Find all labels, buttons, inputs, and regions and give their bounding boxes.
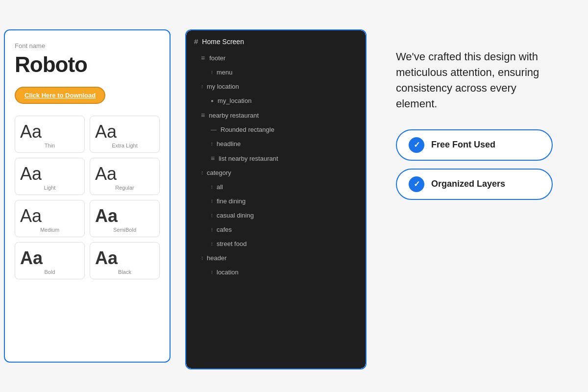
layer-location-label: location bbox=[217, 269, 239, 276]
layer-footer[interactable]: ≡ footer bbox=[186, 50, 366, 65]
variant-medium-label: Medium bbox=[20, 227, 79, 233]
bars-icon-8: ⫶ bbox=[211, 227, 213, 232]
layer-header-label: header bbox=[207, 254, 226, 262]
hamburger-icon-2: ≡ bbox=[201, 111, 205, 119]
layer-cafes[interactable]: ⫶ cafes bbox=[186, 222, 366, 237]
bars-icon-10: ⫶ bbox=[201, 255, 203, 261]
hamburger-icon: ≡ bbox=[201, 54, 205, 62]
layer-nearby-restaurant-label: nearby restaurant bbox=[209, 112, 259, 119]
layer-rounded-rectangle[interactable]: — Rounded rectangle bbox=[186, 122, 366, 137]
variant-extra-light-label: Extra Light bbox=[95, 143, 154, 148]
variant-thin-preview: Aa bbox=[20, 123, 42, 141]
variant-semibold-label: SemiBold bbox=[95, 227, 154, 233]
layer-street-food[interactable]: ⫶ street food bbox=[186, 237, 366, 251]
bars-icon-6: ⫶ bbox=[211, 198, 213, 204]
layer-my-location-sub[interactable]: ● my_location bbox=[186, 94, 366, 108]
variant-light-label: Light bbox=[20, 185, 79, 191]
layer-category[interactable]: ⫶ category bbox=[186, 166, 366, 180]
download-button[interactable]: Click Here to Download bbox=[15, 87, 105, 104]
bars-icon-5: ⫶ bbox=[211, 184, 213, 190]
variant-regular-label: Regular bbox=[95, 185, 154, 191]
layer-all[interactable]: ⫶ all bbox=[186, 180, 366, 194]
layer-cafes-label: cafes bbox=[217, 226, 232, 233]
layer-my-location-sub-label: my_location bbox=[218, 97, 251, 104]
layer-location[interactable]: ⫶ location bbox=[186, 265, 366, 279]
layer-header[interactable]: ⫶ header bbox=[186, 251, 366, 265]
layer-headline[interactable]: ⫶ headline bbox=[186, 137, 366, 151]
minus-icon: — bbox=[211, 126, 217, 133]
variant-medium-preview: Aa bbox=[20, 207, 42, 225]
layer-fine-dining[interactable]: ⫶ fine dining bbox=[186, 194, 366, 208]
variant-regular-preview: Aa bbox=[95, 165, 117, 183]
hash-icon: # bbox=[194, 37, 198, 46]
font-info-panel: Font name Roboto Click Here to Download … bbox=[4, 29, 171, 363]
hamburger-icon-3: ≡ bbox=[211, 154, 215, 162]
layer-list-nearby[interactable]: ≡ list nearby restaurant bbox=[186, 151, 366, 166]
layer-nearby-restaurant[interactable]: ≡ nearby restaurant bbox=[186, 108, 366, 122]
right-panel: We've crafted this design with meticulou… bbox=[367, 29, 588, 208]
bars-icon: ⫶ bbox=[211, 70, 213, 75]
bars-icon-3: ⫶ bbox=[211, 141, 213, 147]
layer-home-screen: # Home Screen bbox=[186, 30, 366, 50]
font-variants-grid: Aa Thin Aa Extra Light Aa Light Aa Regul… bbox=[15, 116, 160, 279]
bars-icon-2: ⫶ bbox=[201, 84, 203, 89]
variant-light-preview: Aa bbox=[20, 165, 42, 183]
variant-medium: Aa Medium bbox=[15, 200, 85, 237]
description-text: We've crafted this design with meticulou… bbox=[396, 49, 553, 112]
layer-menu-label: menu bbox=[217, 69, 233, 76]
layer-my-location-label: my location bbox=[207, 83, 239, 90]
variant-bold: Aa Bold bbox=[15, 242, 85, 279]
variant-extra-light-preview: Aa bbox=[95, 123, 117, 141]
layer-all-label: all bbox=[217, 183, 223, 191]
variant-semibold-preview: Aa bbox=[95, 207, 118, 225]
variant-light: Aa Light bbox=[15, 158, 85, 195]
variant-thin-label: Thin bbox=[20, 143, 79, 148]
bars-icon-7: ⫶ bbox=[211, 213, 213, 218]
font-name-label: Font name bbox=[15, 42, 160, 49]
layer-casual-dining-label: casual dining bbox=[217, 212, 254, 219]
circle-icon: ● bbox=[211, 98, 214, 103]
layer-casual-dining[interactable]: ⫶ casual dining bbox=[186, 208, 366, 222]
font-title: Roboto bbox=[15, 52, 160, 77]
variant-black-preview: Aa bbox=[95, 249, 118, 267]
variant-regular: Aa Regular bbox=[90, 158, 160, 195]
layers-panel: # Home Screen ≡ footer ⫶ menu ⫶ my locat… bbox=[185, 29, 367, 369]
layer-list-nearby-label: list nearby restaurant bbox=[219, 155, 278, 162]
layers-container: # Home Screen ≡ footer ⫶ menu ⫶ my locat… bbox=[186, 30, 366, 368]
home-screen-label: Home Screen bbox=[202, 38, 244, 46]
free-font-label: Free Font Used bbox=[431, 140, 495, 150]
bars-icon-9: ⫶ bbox=[211, 241, 213, 246]
variant-black: Aa Black bbox=[90, 242, 160, 279]
layer-my-location[interactable]: ⫶ my location bbox=[186, 79, 366, 94]
organized-layers-badge: ✓ Organized Layers bbox=[396, 169, 553, 200]
layer-street-food-label: street food bbox=[217, 240, 246, 247]
variant-semibold: Aa SemiBold bbox=[90, 200, 160, 237]
bars-icon-4: ⫶ bbox=[201, 170, 203, 175]
layer-headline-label: headline bbox=[217, 140, 241, 147]
layer-footer-label: footer bbox=[209, 54, 225, 62]
variant-thin: Aa Thin bbox=[15, 116, 85, 153]
variant-extra-light: Aa Extra Light bbox=[90, 116, 160, 153]
organized-layers-label: Organized Layers bbox=[431, 179, 505, 189]
variant-bold-label: Bold bbox=[20, 269, 79, 275]
layer-rounded-rectangle-label: Rounded rectangle bbox=[220, 126, 274, 133]
free-font-badge: ✓ Free Font Used bbox=[396, 129, 553, 161]
bars-icon-11: ⫶ bbox=[211, 270, 213, 275]
layer-category-label: category bbox=[207, 169, 231, 176]
organized-layers-check-icon: ✓ bbox=[409, 176, 424, 192]
variant-bold-preview: Aa bbox=[20, 249, 43, 267]
free-font-check-icon: ✓ bbox=[409, 137, 424, 153]
variant-black-label: Black bbox=[95, 269, 154, 275]
layer-fine-dining-label: fine dining bbox=[217, 197, 245, 205]
layer-menu[interactable]: ⫶ menu bbox=[186, 65, 366, 79]
